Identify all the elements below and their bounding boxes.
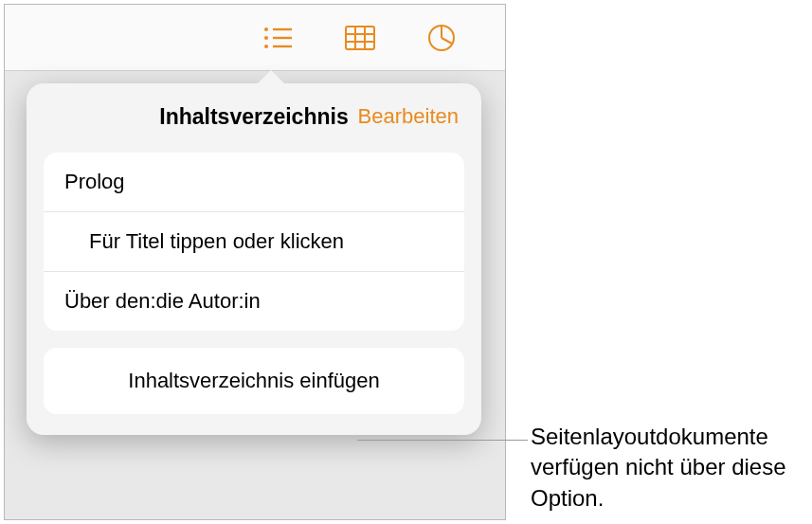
toc-item[interactable]: Prolog: [44, 153, 464, 212]
edit-button[interactable]: Bearbeiten: [358, 104, 459, 129]
insert-toc-button[interactable]: Inhaltsverzeichnis einfügen: [44, 348, 464, 414]
svg-point-2: [264, 36, 268, 40]
svg-point-4: [264, 45, 268, 48]
shape-icon[interactable]: [505, 20, 506, 56]
popover-header: Inhaltsverzeichnis Bearbeiten: [27, 83, 481, 147]
table-icon[interactable]: [342, 20, 378, 56]
svg-rect-6: [346, 27, 374, 49]
callout-line: [357, 440, 528, 441]
toolbar: [5, 5, 505, 71]
toc-item[interactable]: Für Titel tippen oder klicken: [44, 212, 464, 272]
svg-point-0: [264, 27, 268, 31]
list-bullet-icon[interactable]: [261, 20, 297, 56]
callout-text: Seitenlayoutdokumente verfügen nicht übe…: [531, 422, 796, 514]
toc-popover: Inhaltsverzeichnis Bearbeiten Prolog Für…: [27, 83, 481, 435]
toc-item[interactable]: Über den:die Autor:in: [44, 272, 464, 331]
popover-title: Inhaltsverzeichnis: [159, 104, 348, 130]
pie-chart-icon[interactable]: [424, 20, 460, 56]
toc-list: Prolog Für Titel tippen oder klicken Übe…: [44, 153, 464, 331]
